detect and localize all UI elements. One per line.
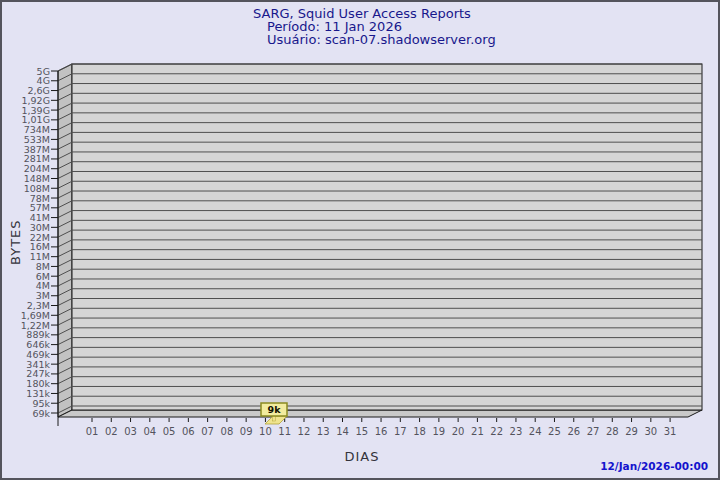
x-tick-label: 21 (471, 426, 484, 437)
x-tick-label: 01 (86, 426, 99, 437)
generation-timestamp: 12/Jan/2026-00:00 (600, 460, 708, 472)
x-tick-label: 17 (394, 426, 407, 437)
x-tick-label: 31 (664, 426, 677, 437)
x-tick-label: 28 (606, 426, 619, 437)
y-tick-label: 69k (32, 408, 50, 419)
x-tick-label: 29 (625, 426, 638, 437)
plot-plate (72, 64, 702, 410)
bar-value-label: 9k (268, 404, 282, 415)
x-tick-label: 12 (298, 426, 311, 437)
report-page: SARG, Squid User Access Reports Período:… (0, 0, 720, 480)
x-tick-label: 25 (548, 426, 561, 437)
x-tick-label: 16 (375, 426, 388, 437)
x-tick-label: 06 (182, 426, 195, 437)
x-tick-label: 27 (587, 426, 600, 437)
x-tick-label: 14 (336, 426, 349, 437)
x-tick-label: 26 (567, 426, 580, 437)
x-tick-label: 19 (432, 426, 445, 437)
x-tick-label: 09 (240, 426, 253, 437)
bytes-per-day-chart: 5G4G2,6G1,92G1,39G1,01G734M533M387M281M2… (2, 2, 720, 480)
x-tick-label: 08 (221, 426, 234, 437)
x-tick-label: 04 (143, 426, 156, 437)
x-tick-label: 07 (201, 426, 214, 437)
x-tick-label: 30 (644, 426, 657, 437)
y-axis-title: BYTES (8, 219, 23, 265)
x-tick-label: 10 (259, 426, 272, 437)
x-tick-label: 05 (163, 426, 176, 437)
x-tick-label: 18 (413, 426, 426, 437)
x-tick-label: 02 (105, 426, 118, 437)
x-tick-label: 03 (124, 426, 137, 437)
x-tick-label: 13 (317, 426, 330, 437)
x-tick-label: 23 (510, 426, 523, 437)
plot-floor (58, 410, 702, 417)
x-tick-label: 15 (355, 426, 368, 437)
x-tick-label: 24 (529, 426, 542, 437)
x-tick-label: 20 (452, 426, 465, 437)
x-tick-label: 11 (278, 426, 291, 437)
x-tick-label: 22 (490, 426, 503, 437)
